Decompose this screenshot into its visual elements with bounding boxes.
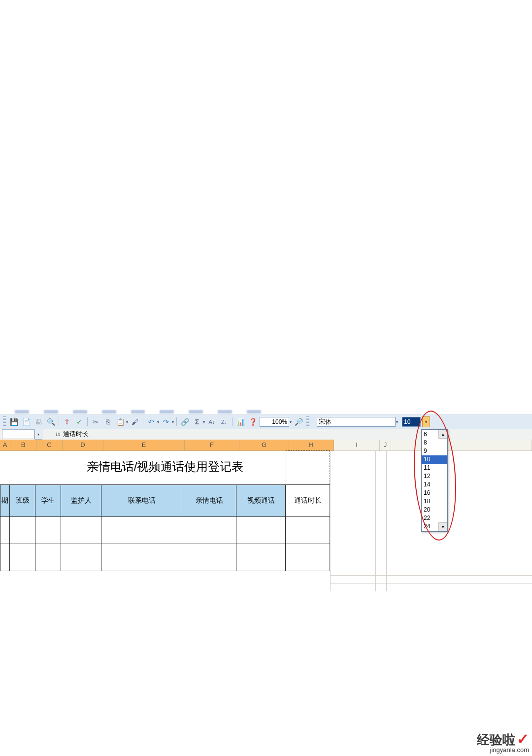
redo-dropdown-icon[interactable]: ▾ [172, 420, 174, 424]
font-size-input[interactable]: 10 [402, 417, 421, 427]
sheet-title[interactable]: 亲情电话/视频通话使用登记表 [0, 450, 330, 483]
column-header-F[interactable]: F [185, 440, 239, 451]
help-icon[interactable]: ❓ [247, 416, 258, 427]
column-header-J[interactable]: J [380, 440, 391, 451]
cut-icon[interactable]: ✂ [90, 416, 101, 427]
sum-dropdown-icon[interactable]: ▾ [203, 420, 205, 424]
font-size-option[interactable]: 14 [422, 481, 447, 489]
check-icon[interactable]: ✓ [74, 416, 85, 427]
table-header-guardian[interactable]: 监护人 [61, 484, 101, 517]
zoom-dropdown-icon[interactable]: ▾ [290, 420, 292, 424]
column-header-H[interactable]: H [289, 440, 334, 451]
preview-icon[interactable]: 🔍 [45, 416, 56, 427]
table-cell[interactable] [101, 544, 182, 571]
column-header-E[interactable]: E [103, 440, 185, 451]
font-size-option[interactable]: 9 [422, 447, 447, 455]
font-size-option[interactable]: 11 [422, 464, 447, 472]
table-cell[interactable] [61, 544, 101, 571]
font-size-option[interactable]: 20 [422, 506, 447, 514]
font-size-option[interactable]: 12 [422, 472, 447, 481]
sum-icon[interactable]: Σ [192, 416, 202, 427]
paste-icon[interactable]: 📋 [115, 416, 126, 427]
column-header-I[interactable]: I [334, 440, 380, 451]
redo-icon[interactable]: ↷ [161, 416, 171, 427]
sort-desc-icon[interactable]: Z↓ [219, 416, 230, 427]
table-header-date[interactable]: 期 [0, 484, 10, 517]
toolbar-grip[interactable] [3, 416, 6, 427]
fx-icon[interactable]: fx [53, 431, 63, 438]
column-header-B[interactable]: B [10, 440, 36, 451]
formula-content[interactable]: 通话时长 [63, 430, 89, 439]
watermark-brand: 经验啦 [477, 732, 515, 747]
toolbar-grip-2[interactable] [306, 416, 309, 427]
column-header-G[interactable]: G [239, 440, 289, 451]
font-name-input[interactable]: 宋体 [317, 417, 396, 427]
undo-dropdown-icon[interactable]: ▾ [157, 420, 159, 424]
watermark: 经验啦✓ jingyanla.com [477, 732, 529, 753]
table-cell[interactable] [182, 516, 236, 544]
formula-bar: ▾ fx 通话时长 [0, 429, 532, 440]
font-size-option[interactable]: 8 [422, 439, 447, 447]
table-cell[interactable] [35, 516, 61, 544]
table-cell[interactable] [9, 544, 35, 571]
copy-icon[interactable]: ⎘ [102, 416, 113, 427]
column-header-D[interactable]: D [63, 440, 103, 451]
sort-asc-icon[interactable]: A↓ [206, 416, 217, 427]
table-cell[interactable] [101, 516, 182, 544]
table-cell[interactable] [285, 516, 330, 544]
table-header-class[interactable]: 班级 [9, 484, 35, 517]
export-icon[interactable]: ⇪ [62, 416, 72, 427]
table-cell[interactable] [236, 544, 286, 571]
hyperlink-icon[interactable]: 🔗 [179, 416, 190, 427]
column-header-A[interactable]: A [0, 440, 10, 451]
print-icon[interactable]: 🖶 [33, 416, 44, 427]
font-size-dropdown-button[interactable]: ▾ [422, 416, 430, 427]
column-headers: A B C D E F G H I J [0, 440, 532, 450]
checkmark-icon: ✓ [517, 731, 529, 747]
font-size-option[interactable]: 22 [422, 514, 447, 522]
font-size-option-selected[interactable]: 10 [422, 455, 447, 464]
standard-toolbar: 💾 📄 🖶 🔍 ⇪ ✓ ✂ ⎘ 📋 ▾ 🖌 ↶ ▾ ↷ ▾ 🔗 Σ ▾ A↓ Z… [0, 414, 532, 429]
table-cell[interactable] [0, 516, 10, 544]
table-header-contact[interactable]: 联系电话 [101, 484, 182, 517]
scroll-down-icon[interactable]: ▾ [438, 522, 447, 531]
name-box[interactable] [2, 429, 34, 439]
font-size-option[interactable]: 18 [422, 497, 447, 506]
zoom-input[interactable]: 100% [260, 417, 289, 427]
watermark-url: jingyanla.com [477, 747, 529, 753]
table-cell[interactable] [9, 516, 35, 544]
column-header-blank[interactable] [391, 440, 532, 451]
file-icon[interactable]: 📄 [21, 416, 32, 427]
table-header-duration[interactable]: 通话时长 [285, 484, 330, 517]
paste-dropdown-icon[interactable]: ▾ [126, 420, 128, 424]
chart-icon[interactable]: 📊 [235, 416, 246, 427]
name-box-dropdown-icon[interactable]: ▾ [34, 429, 42, 440]
table-cell[interactable] [182, 544, 236, 571]
font-size-dropdown-list: ▴ 6 8 9 10 11 12 14 16 18 20 22 24 ▾ [421, 429, 448, 532]
table-cell[interactable] [0, 544, 10, 571]
table-cell[interactable] [35, 544, 61, 571]
undo-icon[interactable]: ↶ [146, 416, 157, 427]
table-cell[interactable] [236, 516, 286, 544]
table-cell[interactable] [285, 544, 330, 571]
format-painter-icon[interactable]: 🖌 [130, 416, 140, 427]
scroll-up-icon[interactable]: ▴ [438, 430, 447, 439]
search-icon[interactable]: 🔎 [293, 416, 304, 427]
column-header-C[interactable]: C [36, 440, 63, 451]
menu-bar-blur [15, 410, 261, 414]
save-icon[interactable]: 💾 [8, 416, 19, 427]
table-cell[interactable] [61, 516, 101, 544]
font-size-option[interactable]: 16 [422, 489, 447, 497]
table-header-student[interactable]: 学生 [35, 484, 61, 517]
table-header-family-phone[interactable]: 亲情电话 [182, 484, 236, 517]
font-name-dropdown-icon[interactable]: ▾ [396, 420, 398, 424]
table-header-video-call[interactable]: 视频通话 [236, 484, 286, 517]
